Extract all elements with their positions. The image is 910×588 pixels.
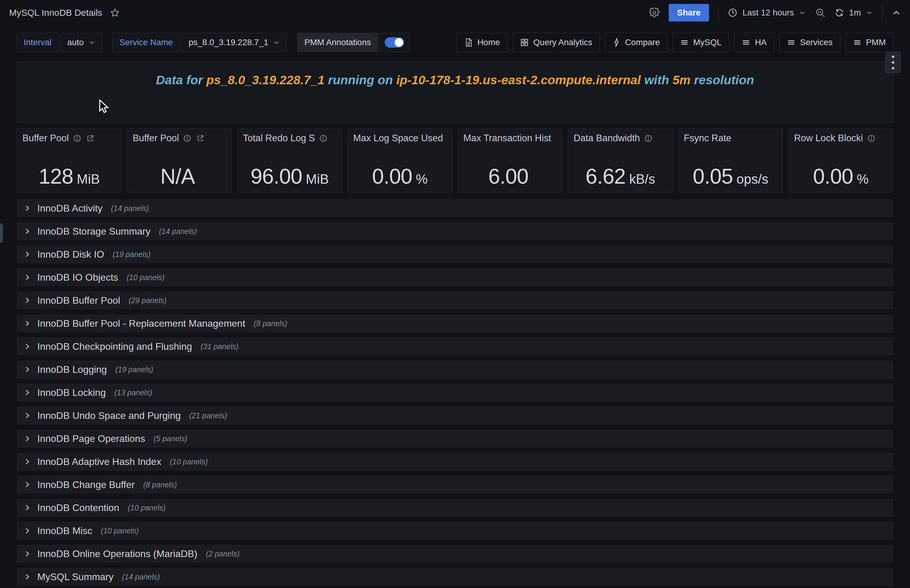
nav-button-label: Compare xyxy=(625,37,660,47)
bolt-icon xyxy=(613,38,621,47)
collapsed-row[interactable]: InnoDB Misc (10 panels) xyxy=(17,522,893,540)
external-link-icon[interactable] xyxy=(86,134,94,142)
chevron-right-icon xyxy=(23,550,31,558)
service-name-variable: Service Name ps_8.0_3.19.228.7_1 xyxy=(113,33,287,52)
chevron-right-icon xyxy=(23,389,31,396)
collapsed-row[interactable]: InnoDB Contention (10 panels) xyxy=(17,499,893,517)
info-icon xyxy=(73,134,81,142)
chevron-right-icon xyxy=(23,296,31,304)
collapsed-row[interactable]: InnoDB Checkpointing and Flushing (31 pa… xyxy=(17,338,893,355)
row-panel-count: (8 panels) xyxy=(254,319,288,328)
zoom-out-icon[interactable] xyxy=(815,8,826,18)
collapsed-row[interactable]: InnoDB Buffer Pool - Replacement Managem… xyxy=(17,314,893,333)
stat-value: 6.62 kB/s xyxy=(568,164,672,189)
collapsed-row[interactable]: InnoDB Online Operations (MariaDB) (2 pa… xyxy=(17,544,893,563)
stat-panel-header-icons xyxy=(867,134,876,142)
nav-button[interactable]: Compare xyxy=(605,33,668,52)
chevron-right-icon xyxy=(23,365,31,373)
toggle-knob xyxy=(395,38,403,47)
stat-panel: Row Lock Blocki 0.00 % xyxy=(788,128,893,192)
row-panel-count: (21 panels) xyxy=(189,411,227,420)
collapsed-row[interactable]: MySQL Summary (14 panels) xyxy=(17,568,893,586)
collapsed-row[interactable]: InnoDB Activity (14 panels) xyxy=(17,199,893,217)
stat-value-number: 6.00 xyxy=(488,164,529,189)
panel-menu-kebab-icon[interactable] xyxy=(885,52,901,73)
collapsed-row[interactable]: InnoDB Page Operations (5 panels) xyxy=(17,430,893,447)
stat-panel: Buffer Pool 128 MiB xyxy=(17,128,122,192)
collapsed-row[interactable]: InnoDB IO Objects (10 panels) xyxy=(17,268,893,286)
stat-panel: Buffer Pool N/A xyxy=(127,128,232,192)
nav-button[interactable]: Services xyxy=(779,33,840,52)
nav-button[interactable]: Home xyxy=(457,33,508,52)
stat-value: 0.00 % xyxy=(789,164,893,189)
list-icon xyxy=(742,38,750,47)
stat-panel-header: Data Bandwidth xyxy=(568,129,672,144)
clock-icon xyxy=(728,8,737,18)
nav-button[interactable]: PMM xyxy=(845,33,893,52)
row-title: InnoDB Storage Summary xyxy=(37,226,151,237)
chevron-right-icon xyxy=(23,458,31,465)
banner-text-segment: ps_8.0_3.19.228.7_1 xyxy=(207,73,325,87)
stat-panel-header-icons xyxy=(319,134,327,142)
nav-button[interactable]: Query Analytics xyxy=(512,33,600,52)
stat-panel-header: Buffer Pool xyxy=(127,129,232,144)
row-panel-count: (13 panels) xyxy=(114,388,152,397)
interval-select[interactable]: auto xyxy=(60,33,102,52)
row-title: InnoDB Online Operations (MariaDB) xyxy=(37,548,197,559)
row-title: InnoDB IO Objects xyxy=(37,272,118,283)
row-title: InnoDB Misc xyxy=(37,525,92,536)
left-edge-handle[interactable] xyxy=(0,223,3,243)
nav-button[interactable]: MySQL xyxy=(672,33,729,52)
row-panel-count: (8 panels) xyxy=(143,480,177,489)
time-range-picker[interactable]: Last 12 hours xyxy=(728,8,806,18)
collapse-topbar-chevron-up-icon[interactable] xyxy=(892,8,901,17)
settings-gear-icon[interactable] xyxy=(649,8,659,18)
refresh-control[interactable]: 1m xyxy=(834,8,873,18)
share-button[interactable]: Share xyxy=(669,4,710,21)
row-panel-count: (10 panels) xyxy=(128,504,165,512)
stat-panels-row: Buffer Pool 128 MiB Buffer Pool N/A Tota… xyxy=(17,128,893,192)
collapsed-row[interactable]: InnoDB Storage Summary (14 panels) xyxy=(17,222,893,240)
banner-text: Data for ps_8.0_3.19.228.7_1 running on … xyxy=(17,62,893,87)
stat-panel-header-icons xyxy=(183,134,204,142)
stat-panel-header: Max Log Space Used xyxy=(348,129,452,144)
service-name-label: Service Name xyxy=(113,33,180,52)
collapsed-row[interactable]: InnoDB Change Buffer (8 panels) xyxy=(17,475,893,494)
collapsed-row[interactable]: InnoDB Locking (13 panels) xyxy=(17,383,893,402)
collapsed-row[interactable]: InnoDB Disk IO (19 panels) xyxy=(17,245,893,263)
collapsed-row[interactable]: InnoDB Buffer Pool (29 panels) xyxy=(17,291,893,309)
collapsed-row[interactable]: InnoDB Logging (19 panels) xyxy=(17,360,893,378)
grid-icon xyxy=(520,38,529,47)
row-panel-count: (19 panels) xyxy=(113,250,151,259)
chevron-right-icon xyxy=(23,320,31,327)
stat-value-unit: kB/s xyxy=(629,171,655,187)
stat-value-unit: MiB xyxy=(77,171,100,187)
row-title: MySQL Summary xyxy=(37,571,113,583)
info-icon xyxy=(867,134,876,142)
stat-value: 96.00 MiB xyxy=(238,164,342,189)
stat-panel: Data Bandwidth 6.62 kB/s xyxy=(568,128,673,192)
chevron-down-icon xyxy=(273,39,280,46)
favorite-star-icon[interactable] xyxy=(110,8,120,18)
collapsed-row[interactable]: InnoDB Undo Space and Purging (21 panels… xyxy=(17,407,893,425)
row-title: InnoDB Buffer Pool xyxy=(37,295,120,306)
external-link-icon[interactable] xyxy=(196,134,204,142)
stat-panel-header: Max Transaction Hist xyxy=(458,129,562,144)
pmm-annotations-toggle[interactable] xyxy=(380,33,409,52)
nav-button-label: HA xyxy=(755,37,767,47)
divider xyxy=(718,5,719,20)
info-icon xyxy=(644,134,652,142)
row-panel-count: (14 panels) xyxy=(159,227,197,236)
stat-value-number: 6.62 xyxy=(586,164,626,189)
service-name-select[interactable]: ps_8.0_3.19.228.7_1 xyxy=(181,33,287,52)
stat-panel-header: Row Lock Blocki xyxy=(789,129,893,144)
dashboard-title: MySQL InnoDB Details xyxy=(9,8,102,18)
collapsed-row[interactable]: InnoDB Adaptive Hash Index (10 panels) xyxy=(17,452,893,471)
info-icon xyxy=(319,134,327,142)
stat-value: 0.00 % xyxy=(348,164,452,189)
list-icon xyxy=(787,38,795,47)
nav-button-label: Home xyxy=(477,37,500,47)
row-title: InnoDB Undo Space and Purging xyxy=(37,410,181,421)
stat-value: 6.00 xyxy=(458,164,562,189)
nav-button[interactable]: HA xyxy=(734,33,774,52)
